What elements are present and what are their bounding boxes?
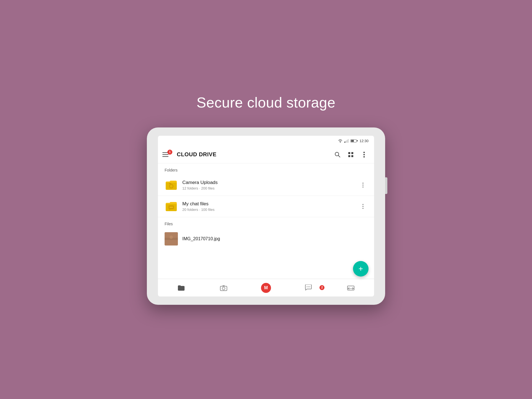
svg-rect-5 bbox=[347, 140, 347, 143]
tablet-device: 12:30 1 CLOUD DRIVE bbox=[147, 127, 385, 305]
menu-button[interactable]: 1 bbox=[162, 150, 172, 160]
chat-folder-icon-wrap bbox=[165, 200, 178, 213]
svg-point-23 bbox=[172, 207, 173, 208]
status-bar: 12:30 bbox=[158, 136, 374, 146]
svg-point-13 bbox=[364, 152, 365, 153]
svg-point-28 bbox=[222, 287, 225, 290]
camera-uploads-meta: 12 folders · 200 files bbox=[182, 186, 354, 190]
svg-point-21 bbox=[170, 207, 171, 208]
bottom-nav-files[interactable] bbox=[160, 285, 203, 291]
status-icons: 12:30 bbox=[338, 139, 369, 143]
svg-point-31 bbox=[308, 286, 309, 287]
page-title: Secure cloud storage bbox=[196, 94, 335, 111]
svg-rect-18 bbox=[169, 183, 171, 184]
svg-rect-4 bbox=[346, 141, 346, 143]
chat-folder-icon bbox=[165, 201, 177, 212]
svg-point-15 bbox=[364, 156, 365, 157]
svg-rect-10 bbox=[351, 152, 353, 154]
svg-rect-3 bbox=[344, 142, 345, 143]
bottom-nav-camera[interactable] bbox=[203, 285, 245, 291]
grid-icon bbox=[348, 152, 354, 158]
status-time: 12:30 bbox=[359, 139, 369, 143]
folder-item-my-chat-files[interactable]: My chat files 20 folders · 100 files bbox=[158, 196, 374, 217]
bottom-navigation: M 2 bbox=[158, 279, 374, 296]
svg-rect-12 bbox=[351, 155, 353, 157]
menu-line-3 bbox=[162, 156, 168, 157]
chat-badge: 2 bbox=[319, 285, 324, 290]
tablet-screen: 12:30 1 CLOUD DRIVE bbox=[158, 136, 374, 296]
notification-badge: 1 bbox=[167, 150, 172, 155]
svg-rect-9 bbox=[348, 152, 350, 154]
file-item-img[interactable]: IMG_20170710.jpg bbox=[158, 228, 374, 249]
grid-view-button[interactable] bbox=[345, 149, 356, 160]
svg-point-14 bbox=[364, 154, 365, 155]
camera-uploads-more-btn[interactable] bbox=[359, 181, 367, 190]
camera-icon bbox=[220, 285, 227, 291]
file-thumbnail bbox=[165, 232, 178, 245]
bottom-nav-transfers[interactable] bbox=[329, 285, 372, 291]
files-section-label: Files bbox=[158, 217, 374, 228]
transfer-icon bbox=[347, 285, 355, 291]
chat-icon bbox=[305, 285, 312, 291]
camera-uploads-info: Camera Uploads 12 folders · 200 files bbox=[182, 180, 354, 190]
menu-line-2 bbox=[162, 154, 168, 155]
bottom-nav-chat[interactable]: 2 bbox=[287, 285, 329, 291]
signal-icon bbox=[344, 139, 349, 143]
content-area: Folders Camera Uploads 12 folders · 200 … bbox=[158, 163, 374, 279]
svg-rect-11 bbox=[348, 155, 350, 157]
battery-icon bbox=[351, 139, 357, 142]
svg-line-8 bbox=[338, 155, 340, 157]
search-button[interactable] bbox=[332, 149, 343, 160]
svg-point-32 bbox=[309, 286, 310, 287]
bottom-nav-mega[interactable]: M bbox=[245, 283, 287, 293]
folder-icon bbox=[178, 285, 185, 291]
more-vertical-icon bbox=[363, 152, 365, 158]
my-chat-files-more-btn[interactable] bbox=[359, 202, 367, 211]
mega-letter: M bbox=[264, 285, 268, 290]
bar-actions bbox=[332, 149, 370, 160]
my-chat-files-meta: 20 folders · 100 files bbox=[182, 208, 354, 212]
svg-point-26 bbox=[170, 236, 173, 239]
svg-rect-29 bbox=[222, 285, 225, 287]
camera-uploads-name: Camera Uploads bbox=[182, 180, 354, 185]
app-title: CLOUD DRIVE bbox=[177, 151, 328, 158]
svg-rect-6 bbox=[348, 139, 349, 143]
file-name: IMG_20170710.jpg bbox=[182, 236, 367, 241]
svg-point-22 bbox=[171, 207, 172, 208]
svg-point-17 bbox=[170, 185, 173, 188]
mega-badge: M bbox=[261, 283, 271, 293]
app-bar: 1 CLOUD DRIVE bbox=[158, 146, 374, 163]
folders-section-label: Folders bbox=[158, 163, 374, 175]
fab-add-button[interactable]: + bbox=[353, 261, 369, 277]
svg-point-30 bbox=[306, 286, 307, 287]
wifi-icon bbox=[338, 139, 343, 143]
camera-folder-icon bbox=[165, 180, 177, 190]
more-options-button[interactable] bbox=[359, 149, 370, 160]
fab-plus-icon: + bbox=[359, 265, 363, 273]
folder-item-camera-uploads[interactable]: Camera Uploads 12 folders · 200 files bbox=[158, 175, 374, 196]
search-icon bbox=[334, 152, 341, 158]
camera-folder-icon-wrap bbox=[165, 178, 178, 192]
my-chat-files-name: My chat files bbox=[182, 201, 354, 207]
my-chat-files-info: My chat files 20 folders · 100 files bbox=[182, 201, 354, 212]
